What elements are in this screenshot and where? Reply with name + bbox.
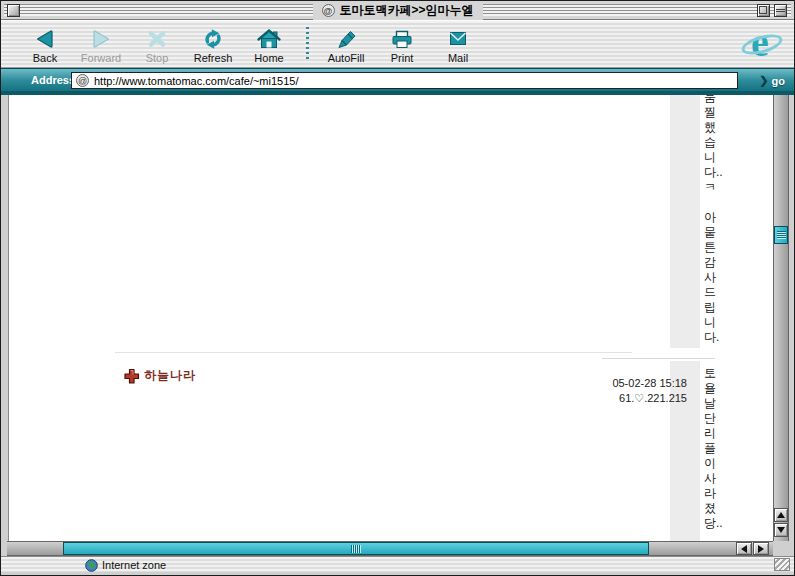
- toolbar: Back Forward Stop: [1, 20, 794, 68]
- scroll-up-button[interactable]: [774, 508, 788, 522]
- row-divider-line-1: [115, 352, 632, 353]
- go-button[interactable]: ❯ go: [756, 71, 788, 90]
- refresh-button[interactable]: Refresh: [185, 22, 241, 66]
- red-cross-icon: [124, 368, 140, 384]
- signature-logo[interactable]: 하늘나라: [124, 367, 196, 384]
- post-meta: 05-02-28 15:18 61.♡.221.215: [529, 376, 687, 406]
- print-label: Print: [391, 52, 414, 64]
- stop-label: Stop: [146, 52, 169, 64]
- forward-label: Forward: [81, 52, 121, 64]
- scroll-down-button[interactable]: [774, 523, 788, 537]
- scroll-left-icon: [741, 545, 747, 553]
- mail-label: Mail: [448, 52, 468, 64]
- page-content: 움 찔 했 습 니 다.. ㅋ 아 뭍 튼 감 사 드 립 니 다. 토 욜 날…: [8, 95, 773, 541]
- internet-explorer-logo-icon: e: [740, 25, 786, 67]
- browser-window: @ 토마토맥카페>>임마누엘 Back Forward Stop: [0, 0, 795, 576]
- horizontal-scroll-thumb[interactable]: [63, 542, 649, 555]
- status-zone-text: Internet zone: [102, 559, 166, 571]
- row-divider-line-2: [602, 358, 715, 359]
- print-button[interactable]: Print: [374, 22, 430, 66]
- globe-icon: [85, 559, 98, 572]
- collapse-box[interactable]: [774, 4, 787, 17]
- vertical-scrollbar[interactable]: [773, 95, 789, 541]
- url-page-icon: @: [76, 74, 89, 87]
- scroll-right-icon: [758, 545, 764, 553]
- back-button[interactable]: Back: [17, 22, 73, 66]
- scroll-left-button[interactable]: [736, 542, 752, 555]
- window-title: 토마토맥카페>>임마누엘: [339, 2, 473, 19]
- cell-background-strip-top: [670, 95, 700, 348]
- thumb-grip: [351, 545, 361, 553]
- forward-button[interactable]: Forward: [73, 22, 129, 66]
- scroll-right-button[interactable]: [753, 542, 769, 555]
- mail-button[interactable]: Mail: [430, 22, 486, 66]
- stop-button[interactable]: Stop: [129, 22, 185, 66]
- go-arrow-icon: ❯: [759, 74, 768, 87]
- address-field[interactable]: @: [71, 72, 738, 89]
- zoom-box[interactable]: [757, 4, 770, 17]
- thumb-grip: [777, 231, 786, 239]
- forward-icon: [87, 27, 115, 51]
- address-input[interactable]: [94, 75, 733, 87]
- horizontal-scrollbar[interactable]: [7, 541, 773, 556]
- resize-grip[interactable]: [774, 558, 790, 571]
- address-bar: Address: @ ❯ go: [1, 68, 794, 91]
- vertical-scroll-thumb[interactable]: [774, 226, 788, 244]
- refresh-label: Refresh: [194, 52, 233, 64]
- toolbar-separator: [306, 27, 309, 61]
- home-button[interactable]: Home: [241, 22, 297, 66]
- title-bar[interactable]: @ 토마토맥카페>>임마누엘: [1, 1, 794, 20]
- home-label: Home: [254, 52, 283, 64]
- page-icon: @: [321, 4, 334, 17]
- comment-text-2: 토 욜 날 단 리 플 이 사 라 졌 당..: [704, 366, 728, 531]
- comment-text-1: 움 찔 했 습 니 다.. ㅋ 아 뭍 튼 감 사 드 립 니 다.: [704, 95, 728, 345]
- signature-text: 하늘나라: [144, 367, 196, 384]
- home-icon: [255, 27, 283, 51]
- stop-icon: [143, 27, 171, 51]
- autofill-icon: [332, 27, 360, 51]
- back-label: Back: [33, 52, 57, 64]
- back-icon: [31, 27, 59, 51]
- window-title-group: @ 토마토맥카페>>임마누엘: [312, 1, 482, 20]
- mail-icon: [444, 27, 472, 51]
- go-label: go: [772, 75, 785, 87]
- autofill-label: AutoFill: [328, 52, 365, 64]
- close-box[interactable]: [7, 4, 20, 17]
- refresh-icon: [199, 27, 227, 51]
- status-bar: Internet zone: [1, 556, 794, 572]
- scroll-up-icon: [777, 512, 785, 518]
- print-icon: [388, 27, 416, 51]
- autofill-button[interactable]: AutoFill: [318, 22, 374, 66]
- scroll-down-icon: [777, 527, 785, 533]
